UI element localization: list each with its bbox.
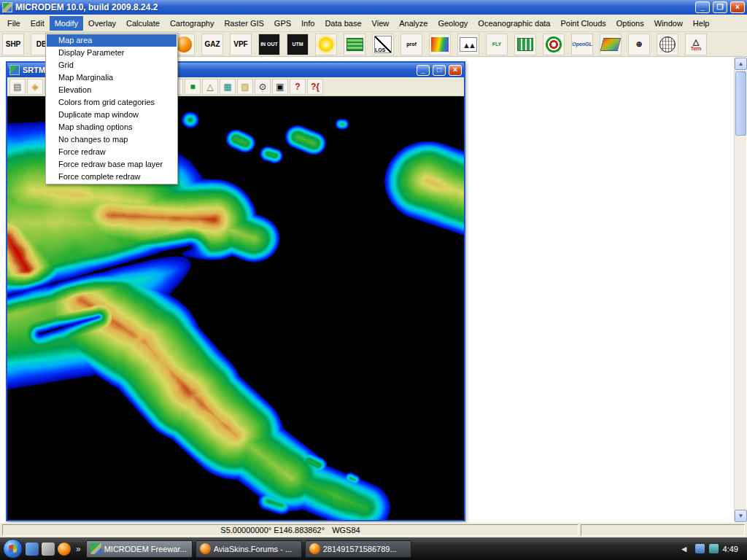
menu-item-force-redraw[interactable]: Force redraw [47,146,177,158]
grid-icon[interactable]: ▦ [220,79,236,95]
taskbar-clock: 4:49 [723,545,741,553]
wireglobe-glyph [659,36,676,52]
print-icon[interactable]: ▤ [9,79,26,95]
globe-plus-icon[interactable]: ⊕ [628,34,650,55]
subset-icon[interactable]: ▣ [272,79,288,95]
sun-icon[interactable] [315,34,337,55]
menu-item-display-parameter[interactable]: Display Parameter [47,47,177,59]
buildings-glyph [517,38,533,51]
taskbar-task-aviaskins[interactable]: AviaSkins.Forums - ... [196,540,302,558]
contour-icon[interactable]: ⊙ [255,79,271,95]
quicklaunch-icon-1[interactable] [26,542,39,556]
menu-item-map-shading-options[interactable]: Map shading options [47,121,177,133]
menu-point-clouds[interactable]: Point Clouds [555,16,611,31]
menu-file[interactable]: File [2,16,26,31]
inout-button[interactable]: IN OUT [258,34,280,55]
capture-icon[interactable]: ◈ [27,79,43,95]
menu-data-base[interactable]: Data base [320,16,366,31]
task-label: 281491571586789... [323,545,397,553]
wireframe-globe-icon[interactable] [657,34,678,55]
menu-window[interactable]: Window [649,16,688,31]
tray-icon-2[interactable] [709,544,719,553]
menu-edit[interactable]: Edit [26,16,50,31]
tray-chevron-icon[interactable]: ◄ [678,544,691,554]
scroll-down-icon[interactable]: ▼ [735,510,747,522]
menu-item-force-complete-redraw[interactable]: Force complete redraw [47,171,177,183]
quicklaunch-chevron-icon[interactable]: » [74,544,83,554]
los-glyph: LOS [374,36,392,53]
menu-options[interactable]: Options [611,16,649,31]
taskbar-task-microdem[interactable]: MICRODEM Freewar... [86,540,193,558]
menu-overlay[interactable]: Overlay [83,16,121,31]
profile-icon[interactable]: △ [202,79,218,95]
menu-item-elevation[interactable]: Elevation [47,84,177,96]
map3d-glyph [600,38,621,51]
shp-button[interactable]: SHP [2,34,24,55]
map-minimize-button[interactable]: _ [417,65,430,76]
scroll-thumb[interactable] [735,71,746,136]
tray-icon-1[interactable] [695,544,705,553]
sun-glyph [319,37,333,52]
utm-button[interactable]: UTM [287,34,309,55]
tern-triangle: △ [693,38,699,46]
mountains-icon[interactable]: ▲▲ [457,34,479,55]
quicklaunch-icon-3[interactable] [58,542,71,556]
landcover-icon[interactable] [344,34,365,55]
status-bar: S5.00000000° E146.883862° WGS84 [0,523,747,537]
menu-item-duplicate-map-window[interactable]: Duplicate map window [47,109,177,121]
menu-analyze[interactable]: Analyze [394,16,433,31]
query-icon[interactable]: ? [290,79,306,95]
mdi-vertical-scrollbar[interactable]: ▲ ▼ [734,58,746,522]
los-button[interactable]: LOS [372,34,394,55]
target-icon[interactable] [543,34,565,55]
menu-cartography[interactable]: Cartography [165,16,220,31]
menu-raster-gis[interactable]: Raster GIS [219,16,268,31]
taskbar-task-image[interactable]: 281491571586789... [305,540,411,558]
buildings-icon[interactable] [514,34,536,55]
map-window-icon[interactable] [9,65,20,75]
menu-item-map-area[interactable]: Map area [47,34,177,47]
gaz-button[interactable]: GAZ [201,34,223,55]
menu-item-colors-from-grid-categories[interactable]: Colors from grid categories [47,96,177,109]
restore-button[interactable]: ❐ [713,1,727,13]
vpf-button[interactable]: VPF [230,34,252,55]
menu-item-map-marginalia[interactable]: Map Marginalia [47,71,177,84]
start-button[interactable] [3,539,23,559]
info-icon[interactable]: ?{ [307,79,323,95]
menu-info[interactable]: Info [296,16,320,31]
menu-item-grid[interactable]: Grid [47,59,177,71]
menu-help[interactable]: Help [688,16,715,31]
landcover-glyph [347,38,363,51]
profile-button[interactable]: prof [400,34,422,55]
hatch-icon[interactable]: ▨ [237,79,253,95]
status-panel-coordinates: S5.00000000° E146.883862° WGS84 [2,524,578,536]
window-title: MICRODEM 10.0, build 2009.8.24.2 [15,2,692,12]
menu-oceanographic-data[interactable]: Oceanographic data [473,16,555,31]
prof-label: prof [406,42,417,47]
modify-dropdown-menu: Map area Display Parameter Grid Map Marg… [45,33,178,184]
overlay-icon[interactable]: ■ [185,79,201,95]
menu-gps[interactable]: GPS [269,16,296,31]
app-icon[interactable] [2,2,12,12]
utm-label: UTM [292,42,303,47]
menu-view[interactable]: View [367,16,395,31]
menu-geology[interactable]: Geology [433,16,473,31]
mountains-glyph: ▲▲ [460,37,477,52]
map-maximize-button[interactable]: □ [433,65,446,76]
menu-modify[interactable]: Modify [50,16,83,31]
menu-item-no-changes-to-map[interactable]: No changes to map [47,133,177,146]
opengl-button[interactable]: OpenGL [571,34,593,55]
menu-item-force-redraw-base-map-layer[interactable]: Force redraw base map layer [47,158,177,171]
menu-calculate[interactable]: Calculate [121,16,165,31]
scroll-up-icon[interactable]: ▲ [735,58,747,70]
map3d-icon[interactable] [600,34,622,55]
terrain-button[interactable]: △ Tern [685,34,707,55]
map-close-button[interactable]: × [449,65,462,76]
close-button[interactable]: × [730,1,745,13]
fly-button[interactable]: FLY [486,34,508,55]
minimize-button[interactable]: _ [695,1,710,13]
quicklaunch-icon-2[interactable] [42,542,55,556]
geology-icon[interactable] [429,34,451,55]
opengl-label: OpenGL [572,42,592,47]
windows-logo-icon [9,544,17,553]
